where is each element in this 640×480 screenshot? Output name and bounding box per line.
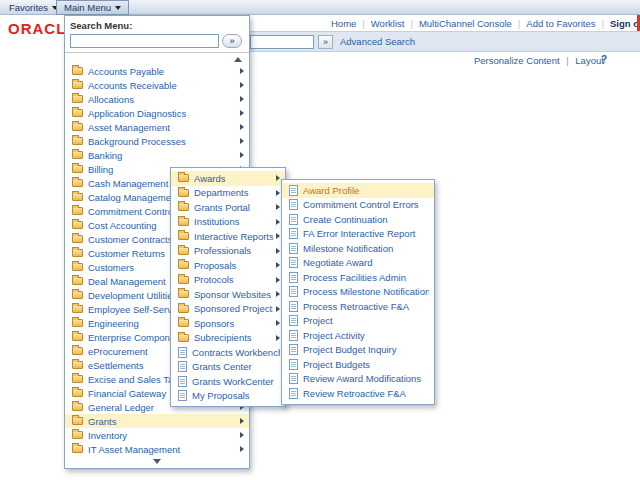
top-menu-bar: Favorites Main Menu (0, 0, 640, 15)
menu-item[interactable]: IT Asset Management (65, 442, 249, 456)
menu-item[interactable]: Departments (171, 186, 285, 201)
folder-icon (72, 109, 83, 117)
menu-item-label: Awards (194, 173, 273, 184)
menu-item[interactable]: Inventory (65, 428, 249, 442)
menu-item[interactable]: Project Activity (282, 328, 434, 343)
menu-item[interactable]: Sponsored Projects Office (171, 302, 285, 317)
folder-icon (72, 151, 83, 159)
menu-item[interactable]: Contracts Workbench (171, 345, 285, 360)
menu-item[interactable]: Proposals (171, 258, 285, 273)
menu-item[interactable]: Commitment Control Errors (282, 198, 434, 213)
sign-out-link[interactable]: Sign out (595, 18, 640, 29)
document-icon (289, 373, 298, 384)
layout-link[interactable]: Layout (575, 55, 604, 66)
main-menu-button[interactable]: Main Menu (56, 0, 129, 15)
menu-item[interactable]: FA Error Interactive Report (282, 227, 434, 242)
menu-item-label: Interactive Reports (194, 231, 273, 242)
menu-item[interactable]: Grants Center (171, 360, 285, 375)
menu-scroll-up-button[interactable] (65, 54, 249, 64)
menu-item[interactable]: Background Processes (65, 134, 249, 148)
folder-icon (72, 389, 83, 397)
help-icon[interactable]: ? (601, 54, 607, 65)
folder-icon (72, 361, 83, 369)
menu-item[interactable]: Sponsor Websites (171, 287, 285, 302)
menu-item[interactable]: Project (282, 314, 434, 329)
menu-item-label: Professionals (194, 245, 273, 256)
menu-item[interactable]: Accounts Receivable (65, 78, 249, 92)
menu-item[interactable]: Application Diagnostics (65, 106, 249, 120)
menu-item-label: Process Retroactive F&A (303, 301, 429, 312)
search-menu-header: Search Menu: » (65, 16, 249, 51)
menu-item[interactable]: Review Retroactive F&A (282, 386, 434, 401)
menu-item[interactable]: Grants WorkCenter (171, 374, 285, 389)
menu-item[interactable]: Banking (65, 148, 249, 162)
folder-icon (72, 235, 83, 243)
folder-icon (72, 431, 83, 439)
menu-item[interactable]: Negotiate Award (282, 256, 434, 271)
menu-item[interactable]: Project Budget Inquiry (282, 343, 434, 358)
document-icon (289, 185, 298, 196)
document-icon (289, 344, 298, 355)
menu-item[interactable]: Process Facilities Admin (282, 270, 434, 285)
menu-item[interactable]: Professionals (171, 244, 285, 259)
nav-link[interactable]: Add to Favorites (512, 18, 596, 29)
folder-icon (178, 247, 189, 255)
personalize-bar: Personalize Content | Layout (474, 55, 604, 66)
menu-item[interactable]: Accounts Payable (65, 64, 249, 78)
menu-item[interactable]: Create Continuation (282, 212, 434, 227)
document-icon (289, 330, 298, 341)
menu-item[interactable]: Subrecipients (171, 331, 285, 346)
menu-item-label: Allocations (88, 94, 237, 105)
menu-item[interactable]: Allocations (65, 92, 249, 106)
nav-link[interactable]: Home (331, 18, 356, 29)
menu-item[interactable]: My Proposals (171, 389, 285, 404)
menu-item[interactable]: Grants (65, 414, 249, 428)
nav-link[interactable]: Worklist (356, 18, 404, 29)
menu-item[interactable]: Process Retroactive F&A (282, 299, 434, 314)
document-icon (289, 272, 298, 283)
document-icon (289, 315, 298, 326)
menu-search-go-button[interactable]: » (222, 34, 242, 48)
menu-item-label: Banking (88, 150, 237, 161)
menu-item[interactable]: Review Award Modifications (282, 372, 434, 387)
folder-icon (72, 179, 83, 187)
document-icon (289, 301, 298, 312)
header-nav: Home Worklist MultiChannel Console Add t… (331, 18, 640, 29)
menu-item-label: Grants WorkCenter (192, 376, 280, 387)
menu-item[interactable]: Awards (171, 171, 285, 186)
header-search-input[interactable] (250, 35, 314, 49)
menu-item-label: Milestone Notification (303, 243, 429, 254)
menu-item-label: Subrecipients (194, 332, 273, 343)
menu-item[interactable]: Protocols (171, 273, 285, 288)
folder-icon (178, 203, 189, 211)
menu-item[interactable]: Process Milestone Notification (282, 285, 434, 300)
menu-item[interactable]: Interactive Reports (171, 229, 285, 244)
personalize-content-link[interactable]: Personalize Content (474, 55, 560, 66)
menu-item[interactable]: Project Budgets (282, 357, 434, 372)
menu-item-label: Contracts Workbench (192, 347, 280, 358)
folder-icon (72, 263, 83, 271)
menu-item-label: Sponsor Websites (194, 289, 273, 300)
separator: | (566, 55, 568, 66)
menu-item-label: Departments (194, 187, 273, 198)
folder-icon (178, 261, 189, 269)
nav-link[interactable]: MultiChannel Console (404, 18, 511, 29)
menu-scroll-down-button[interactable] (65, 456, 249, 466)
menu-item[interactable]: Sponsors (171, 316, 285, 331)
document-icon (289, 359, 298, 370)
menu-item[interactable]: Milestone Notification (282, 241, 434, 256)
folder-icon (72, 137, 83, 145)
folder-icon (178, 218, 189, 226)
advanced-search-link[interactable]: Advanced Search (340, 36, 415, 47)
menu-item[interactable]: Award Profile (282, 183, 434, 198)
awards-submenu-list: Award Profile Commitment Control Errors … (282, 183, 434, 401)
menu-item-label: Accounts Receivable (88, 80, 237, 91)
menu-item[interactable]: Grants Portal (171, 200, 285, 215)
menu-item-label: Sponsored Projects Office (194, 303, 273, 314)
menu-item[interactable]: Institutions (171, 215, 285, 230)
menu-search-input[interactable] (70, 34, 219, 48)
menu-item[interactable]: Asset Management (65, 120, 249, 134)
folder-icon (178, 319, 189, 327)
header-search-go-button[interactable]: » (318, 35, 333, 49)
folder-icon (72, 403, 83, 411)
